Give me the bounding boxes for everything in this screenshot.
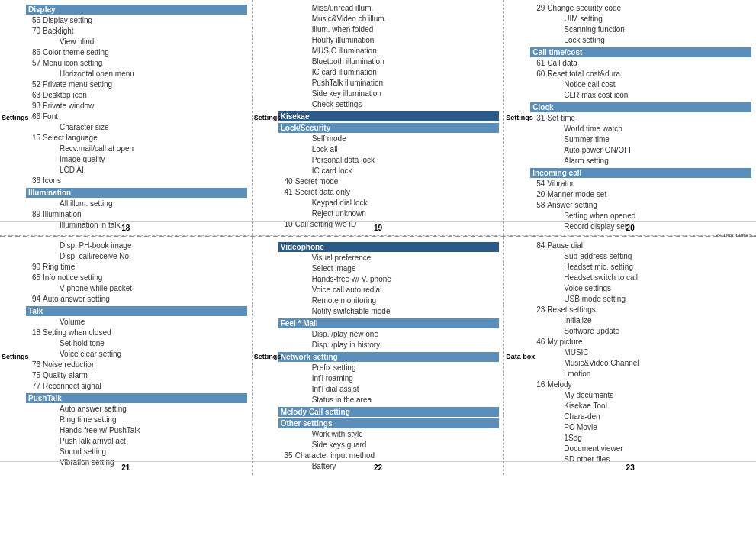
entry: Kisekae Tool (530, 401, 751, 412)
entry: Summer time (530, 134, 751, 145)
entry: Notify switchable mode (278, 306, 500, 317)
entry: Select image (278, 263, 500, 274)
entry: 89Illumination (26, 209, 247, 220)
entry: Document viewer (530, 444, 751, 454)
panel-23-inner: 84Pause dial Sub-address setting Headset… (530, 241, 751, 465)
entry: 84Pause dial (530, 241, 751, 251)
entry: Work with style (278, 429, 500, 440)
section-pushtalk: PushTalk (26, 393, 247, 403)
entry: PushTalk illumination (278, 78, 500, 89)
entry: 15Select language (26, 133, 247, 144)
page-num-21: 21 (0, 461, 252, 473)
panel-19-inner: Miss/unread illum. Music&Video ch illum.… (278, 3, 500, 230)
entry: 90Ring time (26, 262, 247, 273)
entry: IC card lock (278, 166, 500, 176)
entry: World time watch (530, 124, 751, 134)
entry: Software update (530, 326, 751, 337)
entry: 94Auto answer setting (26, 294, 247, 305)
entry: MUSIC (530, 347, 751, 358)
entry: 76Noise reduction (26, 360, 247, 370)
entry: Music&Video Channel (530, 358, 751, 369)
settings-label-21: Settings (2, 353, 29, 360)
entry: 65Info notice setting (26, 273, 247, 283)
entry: Disp. /play in history (278, 340, 500, 350)
entries-videophone: Visual preference Select image Hands-fre… (278, 253, 500, 317)
entries-illum-cont: Miss/unread illum. Music&Video ch illum.… (278, 3, 500, 110)
entry: 20Manner mode set (530, 189, 751, 200)
entry: PushTalk arrival act (26, 436, 247, 447)
entry: Hands-free w/ PushTalk (26, 425, 247, 436)
entry: 86Color theme setting (26, 47, 247, 58)
section-talk: Talk (26, 306, 247, 316)
entry: Ring time setting (26, 415, 247, 425)
entries-databox: 84Pause dial Sub-address setting Headset… (530, 241, 751, 465)
panel-21: Settings Disp. PH-book image Disp. call/… (0, 237, 253, 475)
entries-talk: Volume 18Setting when closed Set hold to… (26, 317, 247, 392)
entry: 29Change security code (530, 3, 751, 14)
entry: Scanning function (530, 24, 751, 35)
panel-21-inner: Disp. PH-book image Disp. call/receive N… (26, 241, 247, 468)
page-num-19: 19 (253, 221, 504, 234)
settings-label-23: Data box (506, 353, 535, 360)
entry: UIM setting (530, 14, 751, 24)
entry: 58Answer setting (530, 200, 751, 211)
section-display: Display (26, 5, 247, 15)
entry: MUSIC illumination (278, 46, 500, 57)
page-num-18: 18 (0, 221, 252, 234)
entry: 60Reset total cost&dura. (530, 69, 751, 79)
entry: Illum. when folded (278, 24, 500, 35)
entry: 93Private window (26, 101, 247, 111)
entry: Prefix setting (278, 363, 500, 373)
entry: Hands-free w/ V. phone (278, 274, 500, 285)
entries-call-time: 61Call data 60Reset total cost&dura. Not… (530, 58, 751, 101)
section-illumination: Illumination (26, 188, 247, 198)
settings-label-22: Settings (254, 353, 281, 360)
entry: 18Setting when closed (26, 328, 247, 338)
entries-pushtalk: Auto answer setting Ring time setting Ha… (26, 404, 247, 468)
entry: Disp. call/receive No. (26, 251, 247, 262)
entry: Int'l roaming (278, 373, 500, 384)
entry: Disp. PH-book image (26, 241, 247, 251)
page: Settings Display 56Display setting 70Bac… (0, 0, 756, 475)
section-network: Network setting (278, 352, 500, 362)
entry: Image quality (26, 154, 247, 165)
entry: 46My picture (530, 337, 751, 347)
entries-incoming-cont: Disp. PH-book image Disp. call/receive N… (26, 241, 247, 305)
entry: Voice settings (530, 283, 751, 294)
entry: Volume (26, 317, 247, 328)
entry: Set hold tone (26, 338, 247, 349)
entry: Sub-address setting (530, 251, 751, 262)
section-lock-security: Lock/Security (278, 123, 500, 133)
entry: Auto power ON/OFF (530, 145, 751, 156)
entries-clock: 31Set time World time watch Summer time … (530, 113, 751, 166)
entry: All illum. setting (26, 199, 247, 209)
entry: Disp. /play new one (278, 329, 500, 340)
panel-18: Settings Display 56Display setting 70Bac… (0, 0, 253, 235)
panel-23: Data box 84Pause dial Sub-address settin… (504, 237, 756, 475)
page-num-23: 23 (504, 461, 756, 473)
entry: Check settings (278, 99, 500, 110)
entries-security-cont: 29Change security code UIM setting Scann… (530, 3, 751, 46)
entry: 63Desktop icon (26, 90, 247, 101)
entry: Notice call cost (530, 79, 751, 90)
entry: My documents (530, 390, 751, 401)
settings-label-20: Settings (506, 114, 533, 121)
entry: View blind (26, 37, 247, 47)
section-videophone: Videophone (278, 242, 500, 252)
entry: Voice clear setting (26, 349, 247, 360)
entry: Setting when opened (530, 211, 751, 221)
entry: Personal data lock (278, 155, 500, 166)
entry: Side keys guard (278, 440, 500, 450)
entry: Side key illumination (278, 89, 500, 99)
entry: Self mode (278, 134, 500, 144)
entry: 23Reset settings (530, 305, 751, 315)
entry: Auto answer setting (26, 404, 247, 415)
entry: PC Movie (530, 422, 751, 433)
entries-feel-mail: Disp. /play new one Disp. /play in histo… (278, 329, 500, 350)
entry: Status in the area (278, 395, 500, 405)
bottom-row: Settings Disp. PH-book image Disp. call/… (0, 237, 756, 475)
section-kisekae: Kisekae (278, 111, 500, 121)
section-call-time: Call time/cost (530, 47, 751, 57)
section-clock: Clock (530, 102, 751, 112)
entry: Chara-den (530, 412, 751, 422)
